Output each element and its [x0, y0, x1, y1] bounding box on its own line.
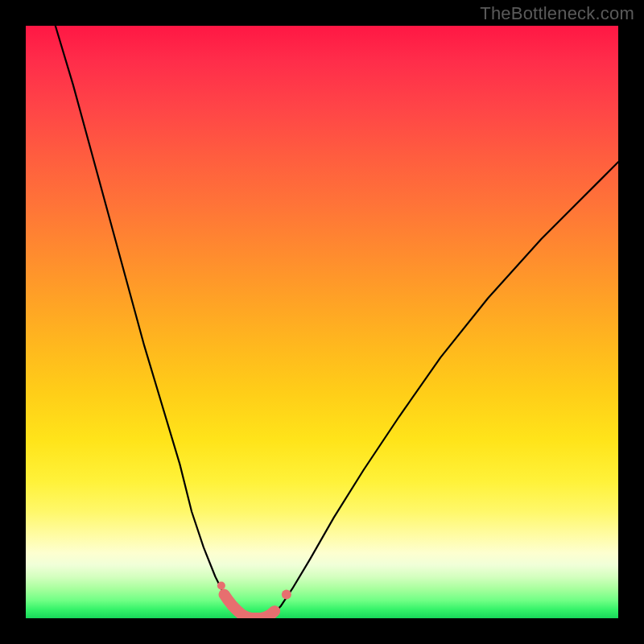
highlight-dot	[282, 590, 291, 600]
curve-layer	[26, 26, 618, 618]
watermark-text: TheBottleneck.com	[480, 3, 634, 24]
chart-frame: TheBottleneck.com	[0, 0, 644, 644]
gradient-plot-area	[26, 26, 618, 618]
bottleneck-v-curve	[56, 26, 618, 618]
highlight-valley-segment	[225, 595, 275, 618]
highlight-dot	[217, 582, 225, 590]
